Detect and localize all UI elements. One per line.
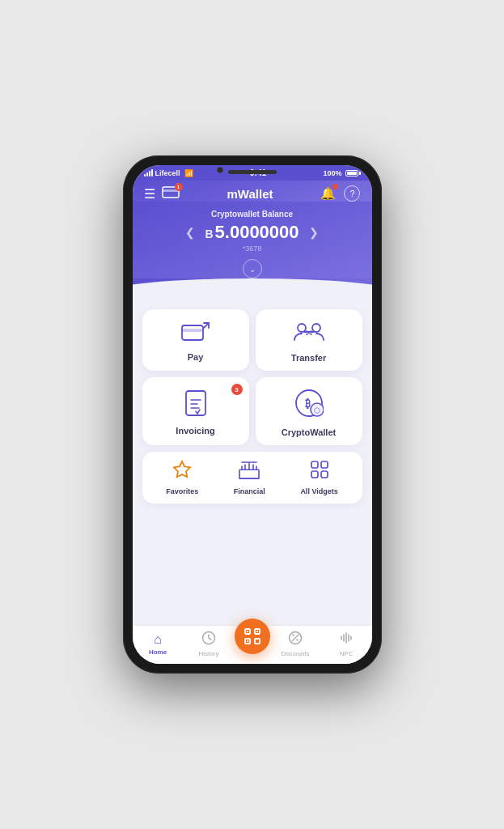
transfer-card[interactable]: Transfer [256, 309, 362, 371]
history-icon [201, 631, 216, 648]
cryptowallet-card[interactable]: ₿ ⬡ CryptoWallet [256, 377, 362, 445]
expand-button[interactable]: ⌄ [243, 259, 262, 278]
pay-label: Pay [188, 352, 204, 362]
bottom-nav: ⌂ Home History [133, 625, 372, 664]
favorites-label: Favorites [166, 487, 198, 495]
grid-icon [310, 460, 329, 484]
status-right: 100% [323, 169, 360, 177]
notification-bell[interactable]: 🔔 [320, 186, 336, 201]
app-header: ☰ 1 mWallet 🔔 [133, 181, 372, 202]
home-label: Home [149, 648, 167, 656]
svg-rect-22 [256, 631, 258, 632]
balance-section: Cryptowallet Balance ❮ B5.0000000 ❯ *367… [133, 202, 372, 278]
transfer-icon [294, 321, 324, 348]
svg-rect-3 [182, 329, 203, 332]
wifi-icon: 📶 [184, 169, 193, 177]
svg-rect-15 [321, 471, 328, 478]
invoicing-badge: 3 [231, 384, 243, 395]
cryptowallet-label: CryptoWallet [282, 427, 336, 437]
action-cards-grid: Pay Transfer [142, 309, 362, 445]
financial-icon [239, 460, 260, 484]
financial-item[interactable]: Financial [234, 460, 265, 495]
financial-label: Financial [234, 487, 265, 495]
svg-rect-12 [311, 461, 318, 468]
battery-label: 100% [323, 169, 341, 177]
svg-rect-11 [239, 470, 259, 478]
pay-card[interactable]: Pay [142, 309, 249, 371]
phone-device: Lifecell 📶 9:41 100% ☰ [123, 155, 382, 674]
wave-divider [133, 278, 372, 301]
balance-label: Cryptowallet Balance [144, 210, 361, 219]
battery-indicator [345, 170, 361, 176]
invoicing-icon [185, 390, 206, 421]
discounts-label: Discounts [281, 650, 309, 657]
phone-speaker [228, 170, 277, 174]
card-badge: 1 [175, 183, 183, 191]
nfc-icon [339, 631, 354, 648]
svg-rect-20 [255, 639, 260, 644]
app-title: mWallet [227, 187, 273, 201]
phone-screen: Lifecell 📶 9:41 100% ☰ [133, 165, 372, 664]
carrier-label: Lifecell [155, 169, 180, 177]
home-icon: ⌂ [154, 632, 162, 647]
scan-button[interactable] [235, 619, 270, 654]
card-icon-wrap[interactable]: 1 [162, 186, 180, 202]
svg-rect-14 [311, 471, 318, 478]
svg-rect-23 [247, 640, 248, 642]
nfc-label: NFC [340, 650, 353, 657]
header-left: ☰ 1 [144, 186, 180, 202]
svg-rect-2 [182, 325, 203, 340]
nav-nfc[interactable]: NFC [321, 631, 372, 657]
svg-rect-13 [321, 461, 328, 468]
svg-point-5 [312, 324, 320, 332]
nav-home[interactable]: ⌂ Home [133, 632, 184, 656]
balance-next-arrow[interactable]: ❯ [306, 226, 322, 239]
cryptowallet-icon: ₿ ⬡ [294, 389, 324, 423]
favorites-item[interactable]: Favorites [166, 460, 198, 495]
help-button[interactable]: ? [344, 185, 360, 202]
pay-icon [181, 321, 210, 347]
quick-actions-row: Favorites Financial [142, 452, 362, 504]
transfer-label: Transfer [291, 353, 326, 363]
nav-history[interactable]: History [184, 631, 235, 657]
all-widgets-label: All Vidgets [300, 487, 337, 495]
invoicing-label: Invoicing [176, 426, 214, 436]
balance-amount: B5.0000000 [205, 222, 299, 243]
header-right: 🔔 ? [320, 185, 360, 202]
svg-point-4 [298, 324, 306, 332]
menu-icon[interactable]: ☰ [144, 186, 155, 202]
svg-text:₿: ₿ [305, 397, 311, 410]
balance-row: ❮ B5.0000000 ❯ [144, 222, 361, 243]
status-left: Lifecell 📶 [144, 169, 193, 177]
discounts-icon [288, 631, 303, 648]
phone-camera [217, 167, 223, 173]
balance-account: *3678 [144, 244, 361, 253]
bell-badge [332, 184, 338, 189]
favorites-icon [172, 460, 192, 484]
nav-discounts[interactable]: Discounts [270, 631, 321, 657]
main-content: Pay Transfer [133, 301, 372, 625]
svg-text:⬡: ⬡ [314, 406, 320, 414]
history-label: History [199, 650, 219, 657]
signal-bars [144, 169, 153, 176]
currency-symbol: B [205, 227, 213, 240]
all-widgets-item[interactable]: All Vidgets [300, 460, 337, 495]
balance-prev-arrow[interactable]: ❮ [182, 226, 198, 239]
invoicing-card[interactable]: 3 Invoicing [142, 377, 249, 445]
svg-rect-21 [247, 631, 248, 632]
